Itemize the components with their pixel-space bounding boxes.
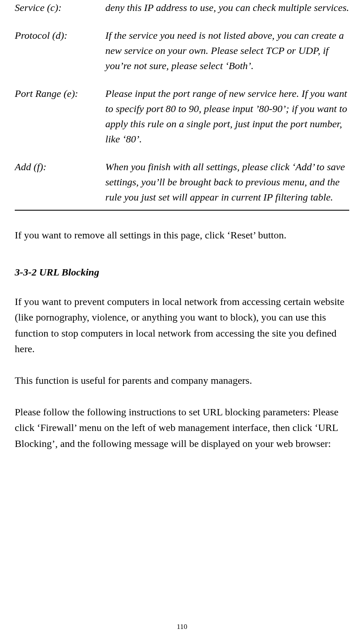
paragraph: Please follow the following instructions… <box>15 404 349 452</box>
definitions-table: Service (c): deny this IP address to use… <box>15 0 349 211</box>
definition-description: When you finish with all settings, pleas… <box>105 159 349 205</box>
section-title: 3-3-2 URL Blocking <box>15 267 349 278</box>
definition-term: Add (f): <box>15 159 105 205</box>
paragraph: If you want to prevent computers in loca… <box>15 294 349 357</box>
definition-row: Protocol (d): If the service you need is… <box>15 28 349 73</box>
definition-term: Port Range (e): <box>15 86 105 147</box>
definition-row: Add (f): When you finish with all settin… <box>15 159 349 205</box>
definition-term: Protocol (d): <box>15 28 105 73</box>
definition-description: Please input the port range of new servi… <box>105 86 349 147</box>
definition-description: deny this IP address to use, you can che… <box>105 0 349 15</box>
definition-description: If the service you need is not listed ab… <box>105 28 349 73</box>
definition-term: Service (c): <box>15 0 105 15</box>
page-number: 110 <box>0 623 364 631</box>
definition-row: Port Range (e): Please input the port ra… <box>15 86 349 147</box>
definition-row: Service (c): deny this IP address to use… <box>15 0 349 15</box>
paragraph: This function is useful for parents and … <box>15 373 349 388</box>
reset-note: If you want to remove all settings in th… <box>15 227 349 243</box>
